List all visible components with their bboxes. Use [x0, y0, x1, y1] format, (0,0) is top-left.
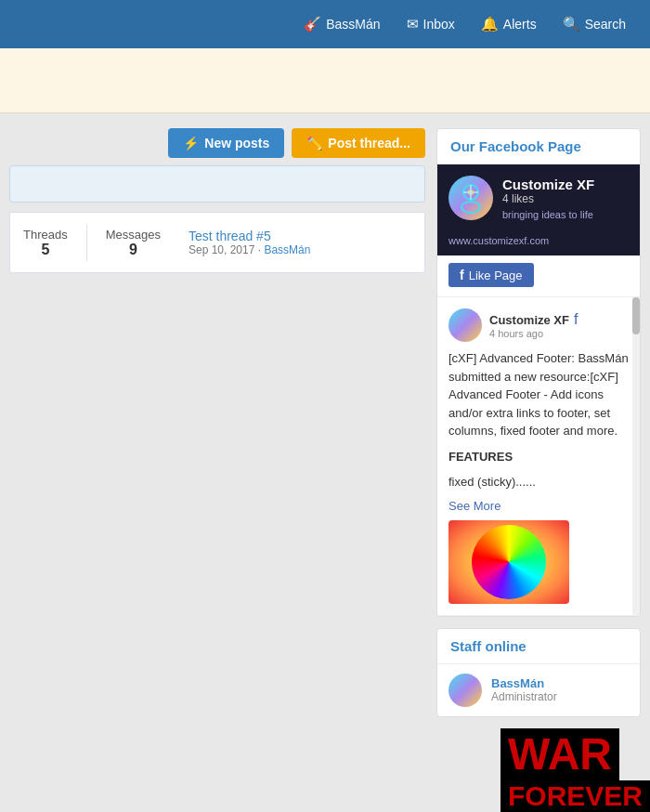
nav-inbox[interactable]: ✉ Inbox [397, 10, 464, 38]
fb-spiral-graphic [472, 525, 546, 599]
nav-alerts[interactable]: 🔔 Alerts [472, 10, 546, 38]
facebook-widget-title: Our Facebook Page [437, 129, 640, 164]
thread-meta: Sep 10, 2017 · BassMán [188, 243, 310, 256]
staff-online-title: Staff online [437, 629, 640, 664]
feed-scrollbar-track [632, 297, 640, 616]
stat-divider [86, 224, 87, 261]
fb-post-thumbnail [448, 520, 569, 604]
feed-scrollbar-thumb [632, 297, 640, 334]
staff-member-item: BassMán Administrator [437, 664, 640, 716]
staff-online-widget: Staff online BassMán Administrator [436, 628, 641, 717]
staff-member-role: Administrator [491, 690, 557, 703]
thread-author[interactable]: BassMán [264, 243, 310, 256]
fb-page-url-text: www.customizexf.com [448, 235, 629, 246]
facebook-page-logo [448, 176, 493, 220]
facebook-brand-icon: f [574, 311, 578, 328]
action-buttons-row: ⚡ New posts ✏️ Post thread... [9, 128, 425, 158]
new-posts-button[interactable]: ⚡ New posts [168, 128, 284, 158]
fb-post-author-info: Customize XF f 4 hours ago [489, 311, 578, 339]
facebook-page-preview: Customize XF 4 likes bringing ideas to l… [437, 164, 640, 231]
fb-post-header: Customize XF f 4 hours ago [448, 308, 629, 342]
fb-post-avatar [448, 308, 482, 342]
nav-username[interactable]: 🎸 BassMán [294, 10, 389, 38]
fb-post-features: FEATURES [448, 448, 629, 466]
fb-post-body: [cXF] Advanced Footer: BassMán submitted… [448, 349, 629, 440]
fb-post-sticky: fixed (sticky)...... [448, 473, 629, 491]
right-column: Our Facebook Page Customize XF 4 [436, 128, 641, 717]
top-nav: 🎸 BassMán ✉ Inbox 🔔 Alerts 🔍 Search [0, 0, 650, 48]
stats-thread-row: Threads 5 Messages 9 Test thread #5 Sep … [9, 212, 425, 273]
alerts-icon: 🔔 [481, 16, 499, 33]
facebook-post: Customize XF f 4 hours ago [cXF] Advance… [437, 297, 640, 616]
edit-icon: ✏️ [306, 136, 322, 151]
latest-thread-info: Test thread #5 Sep 10, 2017 · BassMán [188, 229, 310, 256]
left-column: ⚡ New posts ✏️ Post thread... Threads 5 [9, 128, 425, 282]
post-thread-button[interactable]: ✏️ Post thread... [292, 128, 425, 158]
facebook-widget: Our Facebook Page Customize XF 4 [436, 128, 641, 617]
facebook-like-button[interactable]: f Like Page [448, 263, 534, 287]
banner-area [0, 48, 650, 113]
inbox-icon: ✉ [407, 16, 419, 33]
fb-tagline: bringing ideas to life [502, 209, 593, 220]
svg-point-1 [462, 202, 480, 213]
search-icon: 🔍 [563, 16, 580, 33]
user-icon: 🎸 [304, 16, 321, 33]
facebook-page-info: Customize XF 4 likes bringing ideas to l… [502, 177, 594, 220]
forum-panel-strip [9, 165, 425, 203]
facebook-feed[interactable]: Customize XF f 4 hours ago [cXF] Advance… [437, 296, 640, 616]
fb-see-more-link[interactable]: See More [448, 499, 629, 513]
staff-member-name[interactable]: BassMán [491, 676, 557, 690]
staff-member-avatar [448, 674, 482, 707]
staff-member-info: BassMán Administrator [491, 676, 557, 703]
latest-thread-link[interactable]: Test thread #5 [188, 229, 271, 243]
nav-search[interactable]: 🔍 Search [553, 10, 635, 38]
facebook-f-icon: f [460, 268, 464, 282]
threads-stat: Threads 5 [23, 228, 68, 258]
messages-stat: Messages 9 [106, 228, 161, 258]
lightning-icon: ⚡ [183, 136, 199, 151]
